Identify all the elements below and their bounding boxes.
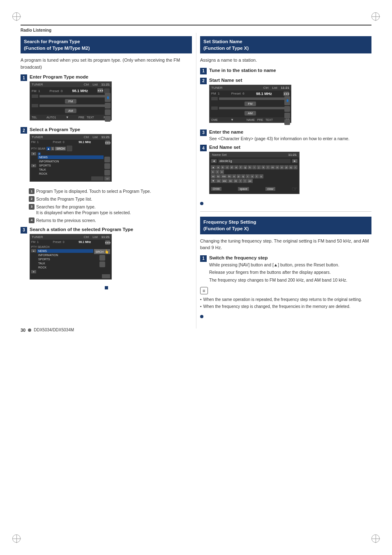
freq-note-1: When the same operation is repeated, the…	[200, 297, 371, 303]
left-column: Search for Program Type (Function of Typ…	[21, 36, 192, 319]
freq-note-2: When the frequency step is changed, the …	[200, 304, 371, 310]
right-step3: 3 Enter the name See <Character Entry> (…	[200, 130, 371, 142]
right-step1-num: 1	[200, 68, 207, 74]
freq-step1: 1 Switch the frequency step While pressi…	[200, 255, 371, 284]
freq-notes: When the same operation is repeated, the…	[200, 297, 371, 310]
note-icon-area: ≡	[200, 287, 371, 294]
main-content: Search for Program Type (Function of Typ…	[21, 36, 371, 319]
footer-dot	[28, 328, 31, 332]
section-label: Radio Listening	[21, 28, 51, 32]
right-step1-label: Tune in to the station to name	[209, 68, 276, 73]
step2-label: Select a Program Type	[30, 127, 112, 132]
left-intro: A program is tuned when you set its prog…	[21, 57, 192, 70]
right-column: Set Station Name (Function of Type X) As…	[200, 36, 371, 319]
right-step2-label: Start Name set	[209, 78, 291, 83]
right-step2: 2 Start Name set TUNER Ctrl List 11:21 F…	[200, 78, 371, 126]
step3-pty-display: TUNER Ctrl List 11:21 FM 1 Preset 0 98.1…	[30, 234, 112, 280]
program-type-list: 1 Program Type is displayed. Touch to se…	[29, 188, 192, 223]
srch-btn-3[interactable]: SRCH 👆	[94, 249, 110, 254]
tuner-title: TUNER	[32, 83, 43, 86]
left-section-title: Search for Program Type (Function of Typ…	[21, 36, 192, 53]
page-footer: 30 DDX5034/DDX5034M	[21, 328, 371, 333]
list-item-3: 3 Searches for the program type.It is di…	[29, 204, 192, 216]
reg-mark-bl	[12, 534, 21, 543]
list-item-2: 2 Scrolls the Program Type list.	[29, 196, 192, 202]
right-step1: 1 Tune in to the station to name	[200, 68, 371, 74]
list-item-1: 1 Program Type is displayed. Touch to se…	[29, 188, 192, 194]
srch-btn-1[interactable]: SRCH	[55, 147, 66, 150]
right-step3-label: Enter the name	[209, 130, 349, 134]
step1-num: 1	[21, 74, 27, 81]
right-section2-title: Frequency Step Setting (Function of Type…	[200, 217, 371, 234]
touch-hand-icon: ☞	[292, 185, 297, 193]
right-dot	[200, 202, 203, 205]
right-step4-num: 4	[200, 145, 207, 151]
right-bottom-dot	[200, 315, 203, 318]
section-divider	[200, 211, 371, 212]
step1: 1 Enter Program Type mode TUNER Ctrl Lis…	[21, 74, 192, 124]
freq-instruction-1: While pressing [NAV] button and [▲] butt…	[209, 262, 347, 268]
top-rule	[21, 25, 371, 25]
freq-intro: Changing the tuning frequency step. The …	[200, 238, 371, 251]
right-step2-tuner: TUNER Ctrl List 11:21 FM 1 Preset 6 98.1…	[209, 85, 291, 123]
page-number: 30	[21, 328, 25, 333]
nameset-display: Name Set 11:21 ◄ abcde1g ► ▲ a	[209, 152, 300, 194]
step2: 2 Select a Program Type TUNER Ctrl List …	[21, 127, 192, 185]
freq-step1-num: 1	[200, 255, 207, 262]
step1-tuner: TUNER Ctrl List 11:21 FM 1 Preset 0 98.1…	[30, 81, 112, 120]
right-step3-num: 3	[200, 130, 207, 136]
page-model: DDX5034/DDX5034M	[34, 328, 74, 332]
freq-step1-label: Switch the frequency step	[209, 255, 347, 260]
right-section1-title: Set Station Name (Function of Type X)	[200, 36, 371, 53]
right-step4: 4 End Name set Name Set 11:21 ◄ abcde1g …	[200, 145, 371, 197]
reg-mark-br	[371, 534, 380, 543]
list-item-4: 4 Returns to the previous screen.	[29, 217, 192, 224]
step2-pty-display: TUNER Ctrl List 11:21 FM 1 Preset 0 98.1…	[30, 134, 112, 182]
freq-instruction-2: Release your fingers from the buttons af…	[209, 269, 347, 276]
right-step4-label: End Name set	[209, 145, 300, 150]
right-step3-text: See <Character Entry> (page 43) for info…	[209, 136, 349, 142]
step2-num: 2	[21, 127, 27, 134]
step3: 3 Search a station of the selected Progr…	[21, 227, 192, 283]
left-dot	[105, 286, 108, 289]
step3-num: 3	[21, 227, 27, 234]
step1-label: Enter Program Type mode	[30, 74, 112, 79]
right-step2-num: 2	[200, 78, 207, 84]
freq-instruction-3: The frequency step changes to FM band 20…	[209, 277, 347, 284]
right-intro: Assigns a name to a station.	[200, 57, 371, 64]
note-icon: ≡	[200, 287, 208, 294]
step3-label: Search a station of the selected Program…	[30, 227, 133, 232]
